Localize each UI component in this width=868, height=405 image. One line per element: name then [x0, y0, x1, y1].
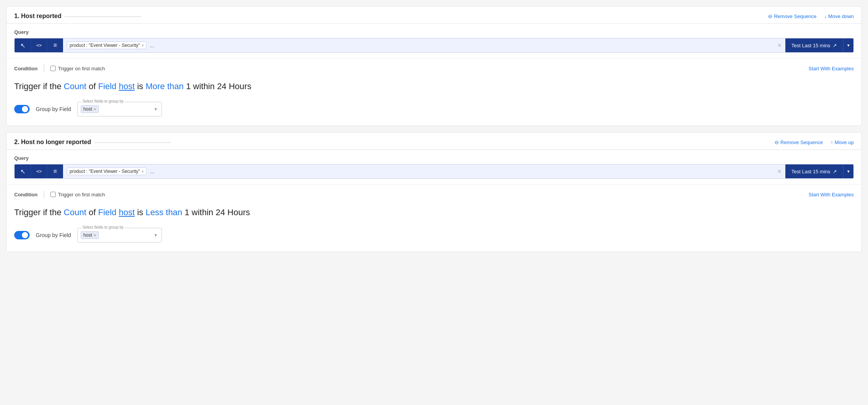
sequence-1-condition-section: Condition Trigger on first match Start W… — [7, 58, 861, 126]
field-select-inner-2: host × ▾ — [78, 228, 161, 242]
field-select-legend-1: Select fields to group by — [81, 99, 125, 103]
comparison-link-2[interactable]: Less than — [146, 207, 182, 217]
field-select-container-2[interactable]: Select fields to group by host × ▾ — [77, 228, 162, 242]
query-input-1[interactable]: product : "Event Viewer - Security" × ..… — [63, 38, 773, 52]
remove-icon-2: ⊖ — [775, 139, 779, 145]
test-btn-1[interactable]: Test Last 15 mins ↗ — [785, 38, 843, 52]
query-input-2[interactable]: product : "Event Viewer - Security" × ..… — [63, 164, 773, 178]
remove-icon-1: ⊖ — [768, 13, 772, 19]
query-tag-2: product : "Event Viewer - Security" × — [67, 168, 146, 175]
move-up-button-2[interactable]: ↑ Move up — [831, 139, 854, 145]
start-with-examples-2[interactable]: Start With Examples — [808, 192, 854, 198]
code-btn-1[interactable]: <> — [31, 38, 47, 52]
group-by-label-2: Group by Field — [36, 232, 71, 238]
code-btn-2[interactable]: <> — [31, 164, 47, 178]
query-bar-1: ↖ <> ≡ product : "Event Viewer - Securit… — [14, 38, 854, 53]
test-btn-dropdown-1[interactable]: ▾ — [843, 38, 853, 52]
sequence-2-condition-section: Condition Trigger on first match Start W… — [7, 184, 861, 252]
test-btn-2[interactable]: Test Last 15 mins ↗ — [785, 164, 843, 178]
field-select-legend-2: Select fields to group by — [81, 225, 125, 229]
list-icon-1: ≡ — [53, 42, 57, 49]
condition-header-1: Condition Trigger on first match Start W… — [14, 65, 854, 72]
trigger-first-match-checkbox-2[interactable] — [50, 192, 56, 197]
cursor-icon-2: ↖ — [20, 168, 25, 175]
sequence-1-title-area: 1. Host reported — [14, 13, 141, 20]
trigger-first-match-checkbox-1[interactable] — [50, 66, 56, 71]
field-tag-host-2: host × — [81, 231, 99, 239]
comparison-link-1[interactable]: More than — [146, 81, 184, 91]
cursor-icon-1: ↖ — [20, 42, 25, 49]
query-label-2: Query — [14, 155, 854, 161]
list-btn-1[interactable]: ≡ — [47, 38, 63, 52]
toggle-slider-2 — [14, 231, 30, 239]
query-tag-close-1[interactable]: × — [141, 43, 144, 48]
external-icon-2: ↗ — [833, 169, 837, 174]
dropdown-icon-1: ▾ — [847, 43, 850, 48]
field-value-link-2[interactable]: host — [119, 207, 135, 217]
field-link-1[interactable]: Field — [98, 81, 116, 91]
condition-left-1: Condition Trigger on first match — [14, 65, 105, 72]
sequence-1-actions: ⊖ Remove Sequence ↓ Move down — [768, 13, 854, 19]
count-link-1[interactable]: Count — [64, 81, 86, 91]
field-link-2[interactable]: Field — [98, 207, 116, 217]
field-select-arrow-1[interactable]: ▾ — [155, 106, 158, 112]
remove-sequence-1-button[interactable]: ⊖ Remove Sequence — [768, 13, 816, 19]
sequence-2-header: 2. Host no longer reported ⊖ Remove Sequ… — [7, 133, 861, 150]
field-value-link-1[interactable]: host — [119, 81, 135, 91]
dropdown-icon-2: ▾ — [847, 169, 850, 174]
sequence-card-2: 2. Host no longer reported ⊖ Remove Sequ… — [6, 132, 862, 252]
sequence-1-title-line — [65, 17, 141, 17]
query-ellipsis-2: ... — [150, 168, 154, 174]
sequence-1-query-section: Query ↖ <> ≡ product : "Event Viewer - S… — [7, 24, 861, 58]
field-tag-host-1: host × — [81, 105, 99, 113]
test-btn-group-2: Test Last 15 mins ↗ ▾ — [785, 164, 853, 178]
test-btn-dropdown-2[interactable]: ▾ — [843, 164, 853, 178]
query-ellipsis-1: ... — [150, 42, 154, 48]
query-tag-1: product : "Event Viewer - Security" × — [67, 41, 146, 49]
test-btn-group-1: Test Last 15 mins ↗ ▾ — [785, 38, 853, 52]
group-by-toggle-2[interactable] — [14, 231, 30, 239]
condition-divider-2 — [44, 191, 44, 198]
group-by-label-1: Group by Field — [36, 106, 71, 112]
sequence-2-title-area: 2. Host no longer reported — [14, 139, 171, 146]
clear-icon-1: × — [777, 41, 782, 50]
group-by-toggle-1[interactable] — [14, 105, 30, 113]
sequence-2-query-section: Query ↖ <> ≡ product : "Event Viewer - S… — [7, 150, 861, 184]
code-icon-2: <> — [36, 169, 42, 174]
list-btn-2[interactable]: ≡ — [47, 164, 63, 178]
cursor-btn-1[interactable]: ↖ — [15, 38, 31, 52]
remove-sequence-2-button[interactable]: ⊖ Remove Sequence — [775, 139, 823, 145]
query-label-1: Query — [14, 29, 854, 35]
count-link-2[interactable]: Count — [64, 207, 86, 217]
sequence-1-header: 1. Host reported ⊖ Remove Sequence ↓ Mov… — [7, 7, 861, 24]
query-clear-2[interactable]: × — [773, 164, 785, 178]
condition-label-2: Condition — [14, 192, 38, 198]
field-select-arrow-2[interactable]: ▾ — [155, 232, 158, 238]
code-icon-1: <> — [36, 43, 42, 48]
group-by-row-1: Group by Field Select fields to group by… — [14, 102, 854, 116]
group-by-row-2: Group by Field Select fields to group by… — [14, 228, 854, 242]
cursor-btn-2[interactable]: ↖ — [15, 164, 31, 178]
trigger-sentence-2: Trigger if the Count of Field host is Le… — [14, 206, 854, 219]
field-select-container-1[interactable]: Select fields to group by host × ▾ — [77, 102, 162, 116]
start-with-examples-1[interactable]: Start With Examples — [808, 66, 854, 71]
field-tag-close-1[interactable]: × — [94, 107, 96, 111]
trigger-sentence-1: Trigger if the Count of Field host is Mo… — [14, 80, 854, 93]
sequence-1-title: 1. Host reported — [14, 13, 62, 19]
trigger-first-match-label-1[interactable]: Trigger on first match — [50, 66, 105, 71]
move-down-button-1[interactable]: ↓ Move down — [824, 13, 854, 19]
query-bar-2: ↖ <> ≡ product : "Event Viewer - Securit… — [14, 164, 854, 179]
query-clear-1[interactable]: × — [773, 38, 785, 52]
sequence-2-title: 2. Host no longer reported — [14, 139, 91, 145]
sequence-2-actions: ⊖ Remove Sequence ↑ Move up — [775, 139, 854, 145]
field-select-inner-1: host × ▾ — [78, 102, 161, 116]
query-tag-close-2[interactable]: × — [141, 169, 144, 174]
condition-divider-1 — [44, 65, 44, 72]
field-tag-close-2[interactable]: × — [94, 233, 96, 237]
external-icon-1: ↗ — [833, 43, 837, 48]
sequence-card-1: 1. Host reported ⊖ Remove Sequence ↓ Mov… — [6, 6, 862, 126]
condition-header-2: Condition Trigger on first match Start W… — [14, 191, 854, 198]
toggle-slider-1 — [14, 105, 30, 113]
trigger-first-match-label-2[interactable]: Trigger on first match — [50, 192, 105, 198]
condition-label-1: Condition — [14, 66, 38, 71]
